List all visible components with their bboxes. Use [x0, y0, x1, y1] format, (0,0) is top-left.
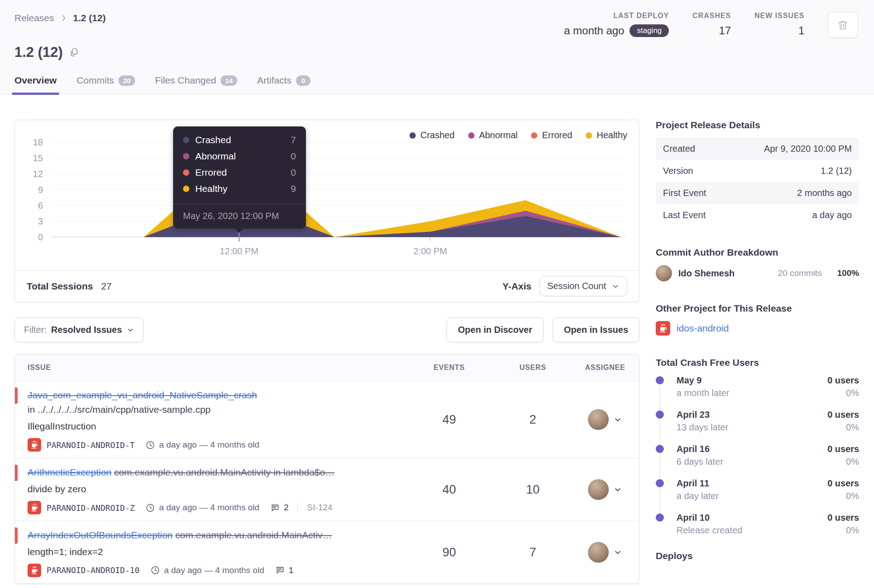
- legend-dot-icon: [531, 132, 537, 139]
- open-in-discover-button[interactable]: Open in Discover: [446, 317, 544, 342]
- issue-culprit: com.example.vu.android.MainActivity in l…: [114, 467, 334, 477]
- filter-value: Resolved Issues: [51, 325, 122, 335]
- copy-icon: [69, 47, 79, 57]
- tab-overview[interactable]: Overview: [14, 75, 56, 94]
- chevron-down-icon: [613, 485, 622, 494]
- unhandled-indicator: [15, 465, 18, 481]
- issue-comments-group[interactable]: 2: [270, 503, 289, 513]
- assignee-dropdown[interactable]: [571, 479, 639, 500]
- issue-row: ArrayIndexOutOfBoundsException com.examp…: [15, 521, 639, 583]
- header-stat: CRASHES 17: [692, 12, 731, 37]
- tooltip-dot-icon: [183, 137, 189, 143]
- legend-label: Healthy: [597, 130, 627, 140]
- issue-users-count: 7: [494, 546, 571, 560]
- legend-item-crashed[interactable]: Crashed: [409, 130, 455, 140]
- comment-count: 2: [284, 503, 289, 513]
- chevron-down-icon: [611, 282, 620, 290]
- deploys-heading: Deploys: [656, 551, 859, 561]
- issue-age-group: a day ago — 4 months old: [146, 503, 259, 513]
- environment-badge: staging: [630, 24, 669, 37]
- issue-title-link[interactable]: ArithmeticException: [28, 467, 112, 477]
- crash-free-percent: 0%: [827, 491, 859, 501]
- crash-free-percent: 0%: [827, 422, 859, 433]
- tab-artifacts[interactable]: Artifacts 0: [257, 75, 310, 94]
- stat-label: LAST DEPLOY: [564, 12, 669, 20]
- crash-free-users: 0 users: [827, 375, 859, 386]
- crash-free-timeline: May 9 a month later 0 users 0% April 23 …: [656, 375, 859, 538]
- stat-value: a month ago: [564, 24, 624, 37]
- release-tabs: Overview Commits 20 Files Changed 14 Art…: [14, 75, 858, 94]
- issue-title-link[interactable]: Java_com_example_vu_android_NativeSample…: [28, 390, 257, 400]
- assignee-dropdown[interactable]: [571, 409, 639, 430]
- column-users: USERS: [494, 355, 571, 381]
- issue-annotation-link[interactable]: SI-124: [297, 503, 332, 513]
- chevron-right-icon: [60, 14, 68, 22]
- timeline-dot-icon: [656, 376, 664, 384]
- svg-text:9: 9: [38, 185, 43, 195]
- filter-prefix: Filter:: [24, 325, 47, 335]
- svg-text:2:00 PM: 2:00 PM: [414, 246, 447, 256]
- svg-text:6: 6: [38, 201, 43, 210]
- detail-value: 1.2 (12): [821, 166, 852, 176]
- legend-dot-icon: [468, 132, 475, 139]
- breadcrumb-current: 1.2 (12): [73, 13, 106, 23]
- issue-title-link[interactable]: ArrayIndexOutOfBoundsException: [28, 530, 173, 540]
- total-sessions-value: 27: [101, 281, 112, 292]
- breadcrumb-releases-link[interactable]: Releases: [14, 13, 54, 23]
- tooltip-row: Abnormal 0: [183, 151, 296, 162]
- tooltip-dot-icon: [183, 169, 189, 176]
- project-slug: PARANOID-ANDROID-Z: [47, 503, 135, 513]
- crash-free-users: 0 users: [827, 444, 859, 454]
- chart-tooltip: Crashed 7 Abnormal 0 Errored 0 Healthy 9…: [173, 126, 306, 229]
- stat-label: NEW ISSUES: [755, 12, 804, 20]
- chevron-down-icon: [127, 326, 134, 334]
- detail-value: Apr 9, 2020 10:00 PM: [764, 144, 852, 154]
- comment-icon: [275, 565, 285, 575]
- comment-count: 1: [289, 565, 294, 575]
- legend-item-abnormal[interactable]: Abnormal: [468, 130, 518, 140]
- issues-filter-dropdown[interactable]: Filter: Resolved Issues: [14, 317, 144, 342]
- release-header: Releases 1.2 (12) LAST DEPLOY a month ag…: [0, 0, 874, 94]
- legend-item-healthy[interactable]: Healthy: [586, 130, 627, 140]
- copy-version-button[interactable]: [69, 47, 79, 57]
- issue-comments-group[interactable]: 1: [275, 565, 294, 575]
- legend-label: Abnormal: [479, 130, 518, 140]
- legend-item-errored[interactable]: Errored: [531, 130, 572, 140]
- yaxis-label: Y-Axis: [503, 281, 531, 292]
- java-project-icon: [28, 501, 41, 514]
- release-details-heading: Project Release Details: [656, 120, 859, 131]
- detail-label: First Event: [663, 188, 706, 198]
- assignee-avatar: [588, 479, 609, 500]
- yaxis-select[interactable]: Session Count: [540, 276, 627, 296]
- open-in-issues-button[interactable]: Open in Issues: [553, 317, 639, 342]
- detail-value: 2 months ago: [797, 188, 852, 198]
- author-avatar: [656, 265, 672, 281]
- issues-toolbar: Filter: Resolved Issues Open in Discover…: [14, 317, 639, 342]
- svg-text:0: 0: [38, 232, 43, 242]
- issues-table: ISSUE EVENTS USERS ASSIGNEE Java_com_exa…: [14, 354, 639, 584]
- java-project-icon: [28, 564, 41, 577]
- tab-files-changed[interactable]: Files Changed 14: [155, 75, 237, 94]
- assignee-dropdown[interactable]: [571, 542, 639, 563]
- tooltip-label: Crashed: [195, 135, 285, 145]
- chart-legend: Crashed Abnormal Errored Healthy: [409, 130, 627, 140]
- legend-dot-icon: [586, 132, 592, 139]
- tab-commits[interactable]: Commits 20: [76, 75, 135, 94]
- legend-label: Crashed: [420, 130, 455, 140]
- delete-release-button[interactable]: [828, 12, 858, 38]
- tooltip-date: May 26, 2020 12:00 PM: [173, 205, 306, 229]
- chevron-down-icon: [613, 548, 622, 557]
- tab-count-badge: 20: [118, 75, 135, 86]
- stat-value: 17: [719, 24, 731, 37]
- column-events: EVENTS: [404, 355, 494, 381]
- release-detail-row: Created Apr 9, 2020 10:00 PM: [656, 138, 859, 160]
- unhandled-indicator: [15, 527, 18, 544]
- release-detail-row: First Event 2 months ago: [656, 182, 859, 204]
- timeline-dot-icon: [656, 479, 664, 487]
- release-sidebar: Project Release Details Created Apr 9, 2…: [656, 120, 859, 584]
- other-project-heading: Other Project for This Release: [656, 303, 859, 314]
- other-project-link[interactable]: idos-android: [677, 323, 729, 334]
- detail-value: a day ago: [812, 210, 852, 220]
- crash-free-percent: 0%: [827, 525, 859, 536]
- svg-text:12:00 PM: 12:00 PM: [220, 246, 258, 256]
